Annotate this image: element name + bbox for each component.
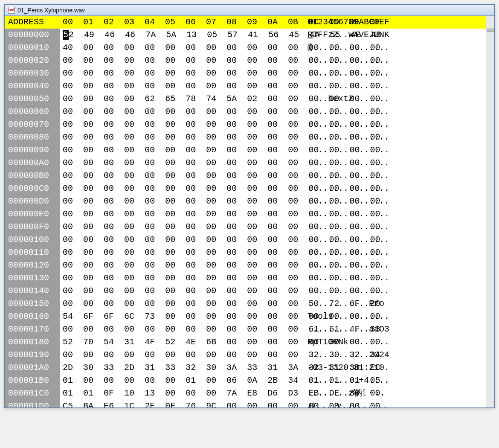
hex-bytes[interactable]: 00 00 00 00 62 65 78 74 5A 02 00 00 00 0… xyxy=(60,93,290,105)
hex-row[interactable]: 000000C000 00 00 00 00 00 00 00 00 00 00… xyxy=(5,182,494,195)
hex-row[interactable]: 0000003000 00 00 00 00 00 00 00 00 00 00… xyxy=(5,67,494,80)
ascii-cell[interactable]: ................ xyxy=(308,182,478,195)
ascii-cell[interactable]: ................ xyxy=(308,285,478,297)
hex-bytes[interactable]: 52 70 54 31 4F 52 4E 6B 00 00 00 00 00 0… xyxy=(60,336,290,349)
ascii-cell[interactable]: ................ xyxy=(308,272,478,285)
hex-row[interactable]: 0000005000 00 00 00 62 65 78 74 5A 02 00… xyxy=(5,93,494,105)
ascii-cell[interactable]: ............2024 xyxy=(308,349,478,361)
hex-row[interactable]: 0000000052 49 46 46 7A 5A 13 05 57 41 56… xyxy=(5,29,494,41)
hex-row[interactable]: 0000015000 00 00 00 00 00 00 00 00 00 00… xyxy=(5,297,494,310)
hex-row[interactable]: 0000009000 00 00 00 00 00 00 00 00 00 00… xyxy=(5,144,494,157)
ascii-cell[interactable]: ................ xyxy=(308,118,478,131)
hex-bytes[interactable]: 52 49 46 46 7A 5A 13 05 57 41 56 45 4A 5… xyxy=(60,29,290,41)
ascii-cell[interactable]: ................ xyxy=(308,157,478,169)
hex-bytes[interactable]: 40 00 00 00 00 00 00 00 00 00 00 00 00 0… xyxy=(60,41,290,54)
hex-bytes[interactable]: 00 00 00 00 00 00 00 00 00 00 00 00 32 3… xyxy=(60,349,290,361)
hex-bytes[interactable]: 00 00 00 00 00 00 00 00 00 00 00 00 00 0… xyxy=(60,259,290,272)
hex-row[interactable]: 000000F000 00 00 00 00 00 00 00 00 00 00… xyxy=(5,221,494,233)
hex-bytes[interactable]: 00 00 00 00 00 00 00 00 00 00 00 00 00 0… xyxy=(60,131,290,144)
hex-bytes[interactable]: 00 00 00 00 00 00 00 00 00 00 00 00 00 0… xyxy=(60,157,290,169)
ascii-cell[interactable]: ..........+4.... xyxy=(308,374,478,387)
hex-row[interactable]: 0000018052 70 54 31 4F 52 4E 6B 00 00 00… xyxy=(5,336,494,349)
address-cell: 00000060 xyxy=(5,105,60,118)
row-gap xyxy=(290,233,308,246)
hex-bytes[interactable]: 00 00 00 00 00 00 00 00 00 00 00 00 00 0… xyxy=(60,80,290,93)
hex-row[interactable]: 000001B001 00 00 00 00 00 01 00 06 0A 2B… xyxy=(5,374,494,387)
hex-bytes[interactable]: 00 00 00 00 00 00 00 00 00 00 00 00 00 0… xyxy=(60,246,290,259)
address-cell: 00000020 xyxy=(5,54,60,67)
ascii-cell[interactable]: ｺﾅ....v......... xyxy=(308,400,478,407)
hex-row[interactable]: 000000A000 00 00 00 00 00 00 00 00 00 00… xyxy=(5,157,494,169)
scrollbar-thumb[interactable] xyxy=(487,29,494,32)
hex-bytes[interactable]: 00 00 00 00 00 00 00 00 00 00 00 00 00 0… xyxy=(60,233,290,246)
ascii-cell[interactable]: ................ xyxy=(308,54,478,67)
hex-row[interactable]: 0000002000 00 00 00 00 00 00 00 00 00 00… xyxy=(5,54,494,67)
ascii-cell[interactable]: ............Pro xyxy=(308,297,478,310)
hex-row[interactable]: 000001C001 01 0F 10 13 00 00 00 7A E8 D6… xyxy=(5,387,494,400)
hex-bytes[interactable]: 00 00 00 00 00 00 00 00 00 00 00 00 00 0… xyxy=(60,285,290,297)
hex-bytes[interactable]: 00 00 00 00 00 00 00 00 00 00 00 00 00 0… xyxy=(60,67,290,80)
hex-bytes[interactable]: 54 6F 6F 6C 73 00 00 00 00 00 00 00 00 0… xyxy=(60,310,290,323)
hex-bytes[interactable]: 00 00 00 00 00 00 00 00 00 00 00 00 00 0… xyxy=(60,169,290,182)
ascii-cell[interactable]: ............aaO3 xyxy=(308,323,478,336)
hex-row[interactable]: 0000006000 00 00 00 00 00 00 00 00 00 00… xyxy=(5,105,494,118)
hex-row[interactable]: 0000010000 00 00 00 00 00 00 00 00 00 00… xyxy=(5,233,494,246)
file-icon-fold xyxy=(13,7,15,9)
hex-bytes[interactable]: C5 BA E6 1C 2E 0E 76 9C 00 00 00 00 00 0… xyxy=(60,400,290,407)
hex-row[interactable]: 0000008000 00 00 00 00 00 00 00 00 00 00… xyxy=(5,131,494,144)
hex-bytes[interactable]: 00 00 00 00 00 00 00 00 00 00 00 00 00 0… xyxy=(60,195,290,208)
hex-row[interactable]: 0000019000 00 00 00 00 00 00 00 00 00 00… xyxy=(5,349,494,361)
ascii-cell[interactable]: @............... xyxy=(308,41,478,54)
ascii-cell[interactable]: ........z鞆ﾓ・.. xyxy=(308,387,478,400)
hex-row[interactable]: 0000012000 00 00 00 00 00 00 00 00 00 00… xyxy=(5,259,494,272)
ascii-cell[interactable]: ................ xyxy=(308,131,478,144)
hex-row[interactable]: 0000004000 00 00 00 00 00 00 00 00 00 00… xyxy=(5,80,494,93)
hex-row[interactable]: 0000017000 00 00 00 00 00 00 00 00 00 00… xyxy=(5,323,494,336)
hex-row[interactable]: 0000001040 00 00 00 00 00 00 00 00 00 00… xyxy=(5,41,494,54)
vertical-scrollbar[interactable] xyxy=(486,16,494,407)
cursor[interactable]: 5 xyxy=(63,30,69,40)
ascii-cell[interactable]: ................ xyxy=(308,233,478,246)
hex-bytes[interactable]: 00 00 00 00 00 00 00 00 00 00 00 00 00 0… xyxy=(60,144,290,157)
ascii-cell[interactable]: ................ xyxy=(308,208,478,221)
hex-row[interactable]: 000000E000 00 00 00 00 00 00 00 00 00 00… xyxy=(5,208,494,221)
hex-bytes[interactable]: 00 00 00 00 00 00 00 00 00 00 00 00 00 0… xyxy=(60,54,290,67)
row-gap xyxy=(290,310,308,323)
hex-row[interactable]: 000001A02D 30 33 2D 31 33 32 30 3A 33 31… xyxy=(5,361,494,374)
hex-bytes[interactable]: 2D 30 33 2D 31 33 32 30 3A 33 31 3A 32 3… xyxy=(60,361,290,374)
hex-row[interactable]: 0000007000 00 00 00 00 00 00 00 00 00 00… xyxy=(5,118,494,131)
ascii-cell[interactable]: ................ xyxy=(308,80,478,93)
titlebar[interactable]: BIN 01_Percs Xylophone.wav xyxy=(5,5,494,16)
hex-bytes[interactable]: 00 00 00 00 00 00 00 00 00 00 00 00 00 0… xyxy=(60,221,290,233)
ascii-cell[interactable]: ................ xyxy=(308,195,478,208)
hex-bytes[interactable]: 00 00 00 00 00 00 00 00 00 00 00 00 00 0… xyxy=(60,105,290,118)
hex-row[interactable]: 0000016054 6F 6F 6C 73 00 00 00 00 00 00… xyxy=(5,310,494,323)
hex-bytes[interactable]: 00 00 00 00 00 00 00 00 00 00 00 00 50 7… xyxy=(60,297,290,310)
hex-bytes[interactable]: 01 00 00 00 00 00 01 00 06 0A 2B 34 01 0… xyxy=(60,374,290,387)
hex-bytes[interactable]: 01 01 0F 10 13 00 00 00 7A E8 D6 D3 EB D… xyxy=(60,387,290,400)
hex-bytes[interactable]: 00 00 00 00 00 00 00 00 00 00 00 00 00 0… xyxy=(60,272,290,285)
ascii-cell[interactable]: -03-1320:31:210. xyxy=(308,361,478,374)
ascii-cell[interactable]: ................ xyxy=(308,144,478,157)
ascii-cell[interactable]: ....bextZ....... xyxy=(308,93,478,105)
ascii-cell[interactable]: Tools........... xyxy=(308,310,478,323)
ascii-cell[interactable]: ................ xyxy=(308,67,478,80)
ascii-cell[interactable]: ................ xyxy=(308,169,478,182)
ascii-cell[interactable]: ................ xyxy=(308,105,478,118)
ascii-cell[interactable]: ................ xyxy=(308,259,478,272)
hex-row[interactable]: 0000011000 00 00 00 00 00 00 00 00 00 00… xyxy=(5,246,494,259)
ascii-cell[interactable]: RpT1ORNk........ xyxy=(308,336,478,349)
hex-row[interactable]: 0000014000 00 00 00 00 00 00 00 00 00 00… xyxy=(5,285,494,297)
hex-row[interactable]: 000000D000 00 00 00 00 00 00 00 00 00 00… xyxy=(5,195,494,208)
hex-view[interactable]: ADDRESS00 01 02 03 04 05 06 07 08 09 0A … xyxy=(5,16,494,407)
hex-bytes[interactable]: 00 00 00 00 00 00 00 00 00 00 00 00 00 0… xyxy=(60,118,290,131)
hex-bytes[interactable]: 00 00 00 00 00 00 00 00 00 00 00 00 00 0… xyxy=(60,182,290,195)
hex-bytes[interactable]: 00 00 00 00 00 00 00 00 00 00 00 00 61 6… xyxy=(60,323,290,336)
ascii-cell[interactable]: ................ xyxy=(308,221,478,233)
hex-row[interactable]: 000000B000 00 00 00 00 00 00 00 00 00 00… xyxy=(5,169,494,182)
hex-row[interactable]: 000001D0C5 BA E6 1C 2E 0E 76 9C 00 00 00… xyxy=(5,400,494,407)
ascii-cell[interactable]: ................ xyxy=(308,246,478,259)
hex-bytes[interactable]: 00 00 00 00 00 00 00 00 00 00 00 00 00 0… xyxy=(60,208,290,221)
ascii-cell[interactable]: RIFFzZ..WAVEJUNK xyxy=(308,29,478,41)
hex-row[interactable]: 0000013000 00 00 00 00 00 00 00 00 00 00… xyxy=(5,272,494,285)
